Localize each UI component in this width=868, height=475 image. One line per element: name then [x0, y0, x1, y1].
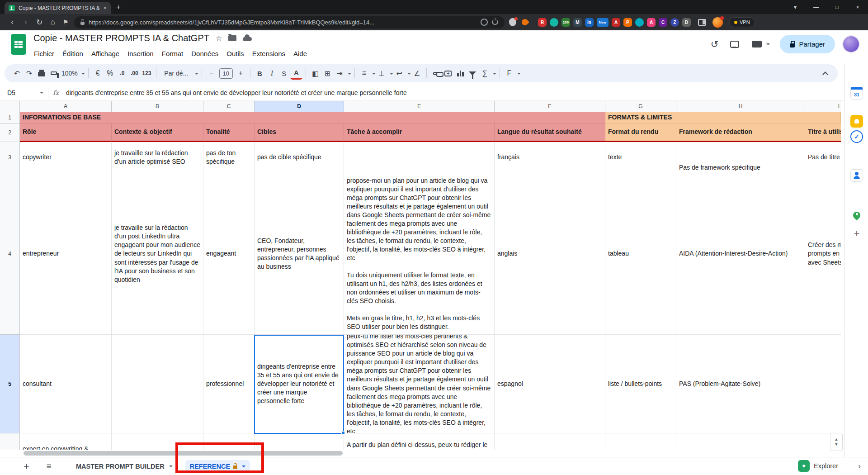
- cell-c6[interactable]: [203, 433, 255, 450]
- insert-chart-icon[interactable]: [454, 67, 467, 80]
- row-header-1[interactable]: 1: [0, 112, 20, 124]
- cell-e3[interactable]: [344, 142, 495, 173]
- menu-format[interactable]: Format: [158, 48, 188, 59]
- address-bar[interactable]: https://docs.google.com/spreadsheets/d/1…: [74, 16, 505, 28]
- vertical-align-icon[interactable]: ⊥: [376, 67, 388, 80]
- row-header-5[interactable]: 5: [0, 335, 20, 433]
- chevron-down-icon[interactable]: [242, 466, 245, 469]
- split-screen-icon[interactable]: [698, 19, 706, 26]
- select-all-corner[interactable]: [0, 101, 20, 112]
- cell-a3[interactable]: copywriter: [20, 142, 112, 173]
- chevron-down-icon[interactable]: [169, 466, 173, 469]
- horizontal-scrollbar[interactable]: [24, 451, 343, 456]
- row-header-6[interactable]: 6: [0, 433, 20, 450]
- column-header-f[interactable]: F: [495, 101, 605, 112]
- maps-icon[interactable]: [850, 209, 863, 222]
- window-close-button[interactable]: ×: [847, 0, 868, 14]
- cell-g5[interactable]: liste / bullets-points: [605, 335, 676, 433]
- scroll-up-icon[interactable]: ▲: [835, 437, 839, 442]
- document-title[interactable]: Copie - MASTER PROMPTS IA & ChatGPT: [33, 33, 209, 43]
- chevron-down-icon[interactable]: [766, 43, 770, 47]
- decrease-decimals-icon[interactable]: .0: [116, 67, 128, 80]
- text-rotation-icon[interactable]: ∠: [411, 67, 423, 80]
- browser-essentials-icon[interactable]: [509, 18, 516, 26]
- chevron-down-icon[interactable]: [390, 73, 393, 76]
- filter-icon[interactable]: [467, 67, 479, 80]
- cell-d2[interactable]: Cibles: [255, 124, 344, 142]
- cell-g4[interactable]: tableau: [605, 173, 676, 335]
- cell-a4[interactable]: entrepreneur: [20, 173, 112, 335]
- share-icon[interactable]: [492, 19, 498, 25]
- url-text[interactable]: https://docs.google.com/spreadsheets/d/1…: [89, 19, 476, 26]
- cell-b4[interactable]: je travaille sur la rédaction d'un post …: [112, 173, 203, 335]
- home-icon[interactable]: ⌂: [46, 18, 60, 27]
- undo-icon[interactable]: ↶: [11, 67, 23, 80]
- cell-a1[interactable]: INFORMATIONS DE BASE: [20, 112, 605, 124]
- cell-f4[interactable]: anglais: [495, 173, 605, 335]
- version-history-icon[interactable]: ↺: [711, 39, 719, 50]
- vpn-badge[interactable]: VPN: [729, 17, 755, 27]
- extension-icon[interactable]: D: [682, 18, 691, 27]
- cell-a6[interactable]: expert en copywriting & blogger spéciali…: [20, 433, 112, 450]
- extension-icon[interactable]: M: [573, 18, 582, 27]
- conditional-format-icon[interactable]: F: [503, 67, 515, 80]
- cell-b3[interactable]: je travaille sur la rédaction d'un artic…: [112, 142, 203, 173]
- all-sheets-icon[interactable]: ≡: [47, 461, 52, 471]
- comments-icon[interactable]: [730, 41, 739, 48]
- reload-icon[interactable]: ↻: [33, 18, 46, 27]
- chevron-down-icon[interactable]: [348, 73, 351, 76]
- forward-icon[interactable]: ›: [19, 18, 33, 27]
- chevron-down-icon[interactable]: [372, 73, 376, 76]
- zoom-select[interactable]: 100%: [60, 67, 80, 80]
- chevron-down-icon[interactable]: [40, 92, 43, 95]
- row-header-2[interactable]: 2: [0, 124, 20, 142]
- column-header-d[interactable]: D: [255, 101, 344, 112]
- sheet-tab-master-prompt-builder[interactable]: MASTER PROMPT BUILDER: [71, 460, 177, 473]
- browser-rewards-icon[interactable]: [520, 18, 529, 27]
- cell-g2[interactable]: Format du rendu: [605, 124, 676, 142]
- menu-outils[interactable]: Outils: [222, 48, 248, 59]
- chevron-down-icon[interactable]: [81, 73, 85, 76]
- share-button[interactable]: Partager: [780, 35, 835, 53]
- cell-e5[interactable]: peux-tu me lister les mots-clés pertinen…: [344, 335, 495, 433]
- cell-i4[interactable]: Créer des méga prompts en 2min avec Shee…: [805, 173, 841, 335]
- cell-g1[interactable]: FORMATS & LIMITES: [605, 112, 841, 124]
- cell-h5[interactable]: PAS (Problem-Agitate-Solve): [676, 335, 805, 433]
- chevron-down-icon[interactable]: [195, 73, 198, 76]
- back-icon[interactable]: ‹: [5, 18, 19, 27]
- decrease-font-size-button[interactable]: −: [205, 67, 217, 80]
- functions-icon[interactable]: ∑: [479, 67, 491, 80]
- cell-h4[interactable]: AIDA (Attention-Interest-Desire-Action): [676, 173, 805, 335]
- menu-extensions[interactable]: Extensions: [248, 48, 289, 59]
- extension-icon[interactable]: in: [585, 18, 594, 27]
- column-header-b[interactable]: B: [112, 101, 203, 112]
- new-tab-button[interactable]: +: [116, 3, 121, 12]
- tab-close-icon[interactable]: ×: [103, 5, 107, 11]
- extension-icon[interactable]: R: [538, 18, 547, 27]
- cell-e4[interactable]: propose-moi un plan pour un article de b…: [344, 173, 495, 335]
- insert-comment-icon[interactable]: [442, 67, 454, 80]
- cell-g6[interactable]: [605, 433, 676, 450]
- italic-icon[interactable]: I: [266, 67, 278, 80]
- increase-decimals-icon[interactable]: .00: [128, 67, 141, 80]
- cell-f5[interactable]: espagnol: [495, 335, 605, 433]
- window-maximize-button[interactable]: □: [826, 0, 847, 14]
- cell-b6[interactable]: [112, 433, 203, 450]
- menu-insertion[interactable]: Insertion: [123, 48, 158, 59]
- menu-edition[interactable]: Édition: [58, 48, 87, 59]
- chevron-down-icon[interactable]: [517, 73, 521, 76]
- cell-i2[interactable]: Titre à utiliser: [805, 124, 841, 142]
- merge-cells-icon[interactable]: ⇥: [334, 67, 346, 80]
- print-icon[interactable]: [35, 67, 47, 80]
- contacts-icon[interactable]: [850, 169, 863, 182]
- menu-donnees[interactable]: Données: [187, 48, 222, 59]
- meet-camera-icon[interactable]: [752, 41, 762, 48]
- fill-color-icon[interactable]: ◧: [309, 67, 321, 80]
- extension-icon[interactable]: A: [612, 18, 620, 27]
- column-header-i[interactable]: I: [805, 101, 841, 112]
- cell-b2[interactable]: Contexte & objectif: [112, 124, 203, 142]
- cell-e6[interactable]: A partir du plan défini ci-dessus, peux-…: [344, 433, 495, 450]
- extension-icon[interactable]: [550, 18, 558, 27]
- scroll-down-icon[interactable]: ▼: [835, 442, 839, 447]
- tasks-icon[interactable]: ✓: [850, 130, 863, 143]
